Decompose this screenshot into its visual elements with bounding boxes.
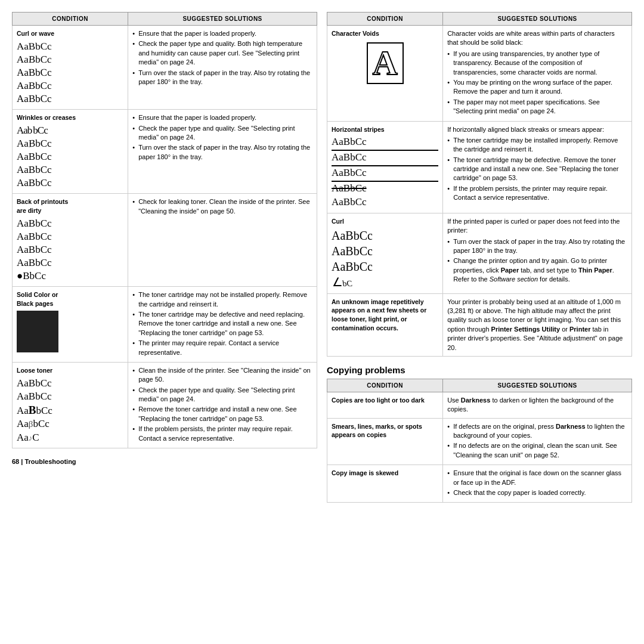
copying-table: CONDITION SUGGESTED SOLUTIONS Copies are… <box>327 379 632 503</box>
solution-item: Check that the copy paper is loaded corr… <box>447 488 627 497</box>
solution-item: Turn over the stack of paper in the tray… <box>132 143 312 162</box>
solution-item: The toner cartridge may be installed imp… <box>447 136 627 154</box>
horiz-stripes-sample: AaBbCc AaBbCc AaBbCc AaBbCc AaBbCc <box>332 135 438 209</box>
left-col-condition: CONDITION <box>13 13 128 26</box>
condition-label: Curl <box>332 217 438 226</box>
condition-label: Copies are too light or too dark <box>332 396 438 405</box>
condition-cell-curl-wave: Curl or wave AaBbCc AaBbCc AaBbCc AaBbCc… <box>13 26 128 110</box>
right-col-condition: CONDITION <box>327 13 443 26</box>
solution-cell-char-void: Character voids are white areas within p… <box>443 26 632 122</box>
solution-item: Turn over the stack of paper in the tray… <box>132 69 312 87</box>
solution-list: Ensure that the original is face down on… <box>447 469 627 497</box>
condition-cell-back-dirty: Back of printoutsare dirty AaBbCc AaBbCc… <box>13 194 128 287</box>
solution-item: Check the paper type and quality. See "S… <box>132 124 312 143</box>
solution-list: Turn over the stack of paper in the tray… <box>447 237 627 284</box>
solution-text: Character voids are white areas within p… <box>447 30 615 46</box>
left-column: CONDITION SUGGESTED SOLUTIONS Curl or wa… <box>12 12 317 503</box>
curl-large-sample: AaBbCc AaBbCc AaBbCc ∠bC <box>332 228 438 290</box>
table-row: Horizontal stripes AaBbCc AaBbCc AaBbCc … <box>327 121 632 213</box>
solution-item: Change the printer option and try again.… <box>447 256 627 284</box>
condition-cell-curl: Curl AaBbCc AaBbCc AaBbCc ∠bC <box>327 213 443 293</box>
condition-cell-unknown-image: An unknown image repetitively appears on… <box>327 293 443 356</box>
condition-label: Copy image is skewed <box>332 469 438 478</box>
solution-cell-black: The toner cartridge may not be installed… <box>128 287 317 363</box>
table-row: Curl or wave AaBbCc AaBbCc AaBbCc AaBbCc… <box>13 26 317 110</box>
table-row: Copies are too light or too dark Use Dar… <box>327 392 632 418</box>
table-row: An unknown image repetitively appears on… <box>327 293 632 356</box>
solution-item: The paper may not meet paper specificati… <box>447 98 627 116</box>
solution-text: If the printed paper is curled or paper … <box>447 218 620 234</box>
solution-item: Turn over the stack of paper in the tray… <box>447 237 627 256</box>
condition-cell-black: Solid Color orBlack pages <box>13 287 128 363</box>
condition-label: Curl or wave <box>17 29 123 38</box>
right-column: CONDITION SUGGESTED SOLUTIONS Character … <box>327 12 632 503</box>
condition-cell-smears: Smears, lines, marks, or spots appears o… <box>327 418 443 465</box>
solution-item: Clean the inside of the printer. See "Cl… <box>132 366 312 385</box>
left-table: CONDITION SUGGESTED SOLUTIONS Curl or wa… <box>12 12 317 448</box>
solution-item: Ensure that the original is face down on… <box>447 469 627 487</box>
table-row: Character Voids A Character voids are wh… <box>327 26 632 122</box>
condition-label: Solid Color orBlack pages <box>17 290 123 308</box>
wrinkle-sample: AabbCc AaBbCc AaBbCc AaBbCc AaBbCc <box>17 124 123 190</box>
solution-text: Your printer is probably being used at a… <box>447 298 623 351</box>
copy-col-solutions: SUGGESTED SOLUTIONS <box>443 379 632 392</box>
solution-item: You may be printing on the wrong surface… <box>447 78 627 97</box>
solution-item: Check the paper type and quality. Both h… <box>132 39 312 67</box>
table-row: Copy image is skewed Ensure that the ori… <box>327 465 632 503</box>
black-box-sample <box>17 311 58 352</box>
table-row: Wrinkles or creases AabbCc AaBbCc AaBbCc… <box>13 110 317 194</box>
solution-item: If the problem persists, the printer may… <box>132 425 312 443</box>
solution-list: The toner cartridge may not be installed… <box>132 290 312 357</box>
solution-cell-skewed: Ensure that the original is face down on… <box>443 465 632 503</box>
solution-cell-horiz: If horizontally aligned black streaks or… <box>443 121 632 213</box>
condition-cell-loose-toner: Loose toner AaBbCc AaBbCc AaBbCc AaβbCc … <box>13 362 128 448</box>
copy-col-condition: CONDITION <box>327 379 443 392</box>
solution-item: The printer may require repair. Contact … <box>132 339 312 357</box>
solution-cell-curl: If the printed paper is curled or paper … <box>443 213 632 293</box>
solution-item: The toner cartridge may be defective. Re… <box>447 156 627 183</box>
solution-cell-wrinkle: Ensure that the paper is loaded properly… <box>128 110 317 194</box>
condition-label: Horizontal stripes <box>332 125 438 134</box>
left-col-solutions: SUGGESTED SOLUTIONS <box>128 13 317 26</box>
back-dirty-sample: AaBbCc AaBbCc AaBbCc AaBbCc ●BbCc <box>17 217 123 283</box>
solution-cell-back-dirty: Check for leaking toner. Clean the insid… <box>128 194 317 287</box>
solution-cell-curl-wave: Ensure that the paper is loaded properly… <box>128 26 317 110</box>
table-row: Curl AaBbCc AaBbCc AaBbCc ∠bC If the pri… <box>327 213 632 293</box>
solution-list: Ensure that the paper is loaded properly… <box>132 113 312 162</box>
condition-cell-horiz: Horizontal stripes AaBbCc AaBbCc AaBbCc … <box>327 121 443 213</box>
solution-cell-light-dark: Use Darkness to darken or lighten the ba… <box>443 392 632 418</box>
solution-text: Use Darkness to darken or lighten the ba… <box>447 397 614 413</box>
solution-list: If defects are on the original, press Da… <box>447 422 627 460</box>
solution-cell-loose-toner: Clean the inside of the printer. See "Cl… <box>128 362 317 448</box>
solution-item: The toner cartridge may not be installed… <box>132 290 312 309</box>
solution-item: If defects are on the original, press Da… <box>447 422 627 441</box>
right-col-solutions: SUGGESTED SOLUTIONS <box>443 13 632 26</box>
page-footer: 68 | Troubleshooting <box>12 458 317 465</box>
char-void-sample: A <box>332 40 438 86</box>
right-top-table: CONDITION SUGGESTED SOLUTIONS Character … <box>327 12 632 357</box>
condition-cell-wrinkle: Wrinkles or creases AabbCc AaBbCc AaBbCc… <box>13 110 128 194</box>
solution-item: If no defects are on the original, clean… <box>447 441 627 460</box>
condition-label: Back of printoutsare dirty <box>17 197 123 215</box>
condition-label: An unknown image repetitively appears on… <box>332 298 438 333</box>
condition-cell-char-void: Character Voids A <box>327 26 443 122</box>
copying-section-title: Copying problems <box>327 365 632 375</box>
solution-item: Remove the toner cartridge and install a… <box>132 405 312 423</box>
solution-item: Ensure that the paper is loaded properly… <box>132 29 312 38</box>
condition-label: Wrinkles or creases <box>17 113 123 122</box>
condition-label: Character Voids <box>332 29 438 38</box>
solution-item: If the problem persists, the printer may… <box>447 184 627 203</box>
condition-label: Loose toner <box>17 366 123 375</box>
solution-item: Ensure that the paper is loaded properly… <box>132 113 312 122</box>
table-row: Loose toner AaBbCc AaBbCc AaBbCc AaβbCc … <box>13 362 317 448</box>
condition-cell-skewed: Copy image is skewed <box>327 465 443 503</box>
solution-item: Check for leaking toner. Clean the insid… <box>132 197 312 216</box>
solution-list: Clean the inside of the printer. See "Cl… <box>132 366 312 443</box>
condition-cell-light-dark: Copies are too light or too dark <box>327 392 443 418</box>
solution-list: If you are using transparencies, try ano… <box>447 49 627 116</box>
solution-list: Check for leaking toner. Clean the insid… <box>132 197 312 216</box>
condition-label: Smears, lines, marks, or spots appears o… <box>332 422 438 439</box>
solution-item: If you are using transparencies, try ano… <box>447 49 627 77</box>
table-row: Back of printoutsare dirty AaBbCc AaBbCc… <box>13 194 317 287</box>
curl-wave-sample: AaBbCc AaBbCc AaBbCc AaBbCc AaBbCc <box>17 40 123 106</box>
